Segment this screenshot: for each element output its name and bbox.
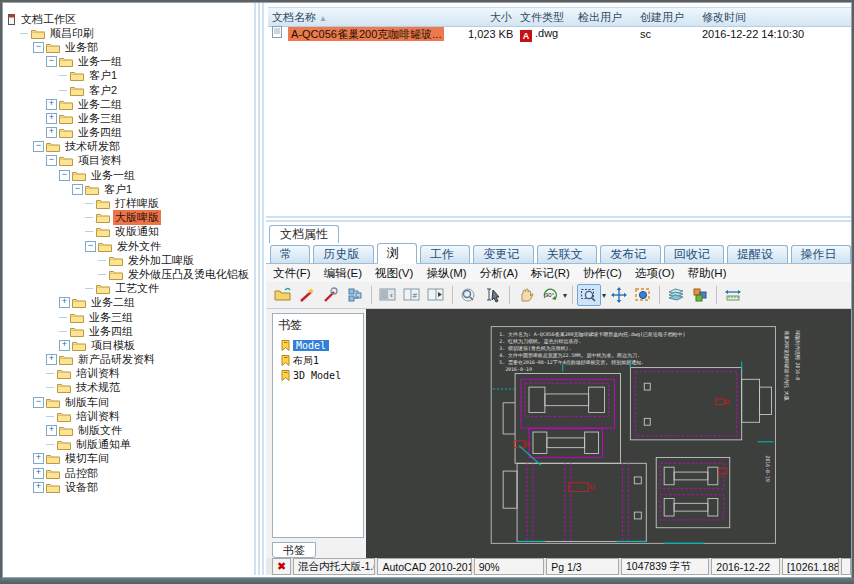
expand-toggle-icon[interactable]: + xyxy=(33,468,44,479)
tree-item[interactable]: −业务部 xyxy=(3,40,252,54)
tree-item[interactable]: −技术研发部 xyxy=(3,140,252,154)
tree-item[interactable]: +业务三组 xyxy=(3,111,252,125)
tree-item[interactable]: 业务四组 xyxy=(3,324,252,338)
tree-item[interactable]: 改版通知 xyxy=(3,225,252,239)
menu-分析(A)[interactable]: 分析(A) xyxy=(480,266,518,281)
tree-item[interactable]: 大版啤版 xyxy=(3,211,252,225)
zoom-window-button[interactable] xyxy=(577,284,601,306)
tree-item[interactable]: −业务一组 xyxy=(3,168,252,182)
collapse-toggle-icon[interactable]: − xyxy=(33,42,44,53)
tree-item[interactable]: 技术规范 xyxy=(3,381,252,395)
tree-item[interactable]: 发外做压凸及烫电化铝板 xyxy=(3,267,252,281)
tree-item[interactable]: +业务四组 xyxy=(3,126,252,140)
tree-item[interactable]: +业务二组 xyxy=(3,97,252,111)
tree-item[interactable]: 制版通知单 xyxy=(3,438,252,452)
tab-发布记录[interactable]: 发布记录 xyxy=(600,245,660,263)
bookmark-item[interactable]: 布局1 xyxy=(273,353,363,368)
rotate-90-button[interactable]: 90° xyxy=(538,284,562,306)
tree-item[interactable]: +设备部 xyxy=(3,480,252,494)
tree-item[interactable]: 工艺文件 xyxy=(3,282,252,296)
horizontal-splitter[interactable] xyxy=(266,214,851,224)
orbit-button[interactable] xyxy=(631,284,655,306)
pan-hand-button[interactable] xyxy=(514,284,538,306)
cad-canvas[interactable]: 1. 文件名为: A-QC056雀巢200克咖啡罐玻卡喱形盒内托.dwg(已发送… xyxy=(366,309,851,558)
bookmark-item[interactable]: Model xyxy=(273,338,363,353)
rotate-dropdown-caret[interactable]: ▾ xyxy=(563,291,567,300)
expand-toggle-icon[interactable]: + xyxy=(33,482,44,493)
tree-item[interactable]: −客户1 xyxy=(3,182,252,196)
tab-工作流[interactable]: 工作流 xyxy=(420,245,470,263)
open-button[interactable] xyxy=(271,284,295,306)
tree-item[interactable]: 发外加工啤版 xyxy=(3,253,252,267)
view-circle-button[interactable] xyxy=(457,284,481,306)
tree-item[interactable]: 业务三组 xyxy=(3,310,252,324)
tree-item[interactable]: +新产品研发资料 xyxy=(3,353,252,367)
menu-帮助(H)[interactable]: 帮助(H) xyxy=(688,266,727,281)
tree-item[interactable]: +品控部 xyxy=(3,466,252,480)
select-button[interactable] xyxy=(481,284,505,306)
tab-历史版本[interactable]: 历史版本 xyxy=(313,245,373,263)
col-modified[interactable]: 修改时间 xyxy=(698,10,851,25)
zoom-fit-button[interactable] xyxy=(607,284,631,306)
tree-item[interactable]: 培训资料 xyxy=(3,409,252,423)
menu-操纵(M)[interactable]: 操纵(M) xyxy=(426,266,466,281)
collapse-toggle-icon[interactable]: − xyxy=(85,241,96,252)
menu-选项(O)[interactable]: 选项(O) xyxy=(635,266,675,281)
tab-回收记录[interactable]: 回收记录 xyxy=(664,245,724,263)
menu-标记(R)[interactable]: 标记(R) xyxy=(531,266,570,281)
tree-item[interactable]: 顺昌印刷 xyxy=(3,26,252,40)
tree-item[interactable]: 客户1 xyxy=(3,69,252,83)
markup-new-button[interactable] xyxy=(295,284,319,306)
zoom-dropdown-caret[interactable]: ▾ xyxy=(602,291,606,300)
expand-toggle-icon[interactable]: + xyxy=(46,127,57,138)
tree-item[interactable]: +业务二组 xyxy=(3,296,252,310)
col-create-user[interactable]: 创建用户 xyxy=(636,10,698,25)
expand-toggle-icon[interactable]: + xyxy=(59,297,70,308)
expand-toggle-icon[interactable]: + xyxy=(59,340,70,351)
tab-变更记录[interactable]: 变更记录 xyxy=(473,245,533,263)
panel-grid-button[interactable]: # xyxy=(400,284,424,306)
tab-操作日志[interactable]: 操作日志 xyxy=(791,245,851,263)
expand-toggle-icon[interactable]: + xyxy=(46,425,57,436)
collapse-toggle-icon[interactable]: − xyxy=(46,56,57,67)
tree-item[interactable]: −发外文件 xyxy=(3,239,252,253)
tree-item[interactable]: 文档工作区 xyxy=(3,12,252,26)
bookmarks-bottom-tab[interactable]: 书签 xyxy=(272,542,316,558)
tree-item[interactable]: 打样啤版 xyxy=(3,196,252,210)
collapse-toggle-icon[interactable]: − xyxy=(72,184,83,195)
collapse-toggle-icon[interactable]: − xyxy=(46,155,57,166)
panel-right-button[interactable] xyxy=(424,284,448,306)
expand-toggle-icon[interactable]: + xyxy=(46,113,57,124)
tab-document-properties[interactable]: 文档属性 xyxy=(269,225,339,243)
col-checkout-user[interactable]: 检出用户 xyxy=(574,10,636,25)
tree-item[interactable]: +制版文件 xyxy=(3,423,252,437)
expand-toggle-icon[interactable]: + xyxy=(46,99,57,110)
tree-item[interactable]: −制版车间 xyxy=(3,395,252,409)
table-row[interactable]: A-QC056雀巢200克咖啡罐玻... 1,023 KB A.dwg sc 2… xyxy=(268,26,851,42)
close-markup-button[interactable]: ✖ xyxy=(272,558,291,575)
menu-文件(F)[interactable]: 文件(F) xyxy=(273,266,311,281)
tree-item[interactable]: 培训资料 xyxy=(3,367,252,381)
tree-item[interactable]: −项目资料 xyxy=(3,154,252,168)
tab-浏览[interactable]: 浏览 xyxy=(377,243,417,264)
file-name[interactable]: A-QC056雀巢200克咖啡罐玻... xyxy=(288,27,444,41)
tree-item[interactable]: +模切车间 xyxy=(3,452,252,466)
menu-编辑(E)[interactable]: 编辑(E) xyxy=(324,266,362,281)
menu-视图(V)[interactable]: 视图(V) xyxy=(375,266,413,281)
tab-常规[interactable]: 常规 xyxy=(270,245,310,263)
measure-button[interactable] xyxy=(721,284,745,306)
markup-edit-button[interactable] xyxy=(319,284,343,306)
bookmark-item[interactable]: 3D Model xyxy=(273,368,363,383)
collapse-toggle-icon[interactable]: − xyxy=(59,170,70,181)
col-size[interactable]: 大小 xyxy=(464,10,516,25)
col-file-type[interactable]: 文件类型 xyxy=(516,10,574,25)
collapse-toggle-icon[interactable]: − xyxy=(33,397,44,408)
col-doc-name[interactable]: 文档名称▲ xyxy=(268,10,464,25)
model-cubes-button[interactable] xyxy=(688,284,712,306)
panel-left-button[interactable]: ‹ xyxy=(376,284,400,306)
tree-item[interactable]: −业务一组 xyxy=(3,55,252,69)
collapse-toggle-icon[interactable]: − xyxy=(33,141,44,152)
expand-toggle-icon[interactable]: + xyxy=(46,354,57,365)
hierarchy-button[interactable] xyxy=(343,284,367,306)
expand-toggle-icon[interactable]: + xyxy=(33,453,44,464)
